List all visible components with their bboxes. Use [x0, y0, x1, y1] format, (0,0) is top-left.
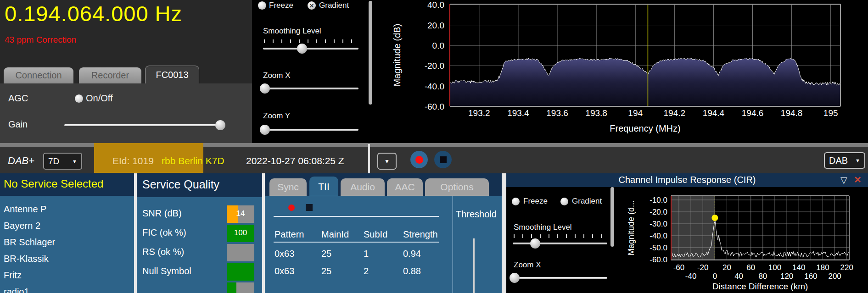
spectrum-smoothing-slider[interactable]	[263, 48, 358, 50]
expand-dropdown-button[interactable]: ▼	[377, 153, 397, 170]
spectrum-zoomy-slider[interactable]	[263, 129, 358, 131]
svg-text:-40.0: -40.0	[650, 232, 667, 240]
cir-freeze-radio[interactable]	[512, 198, 520, 205]
svg-text:140: 140	[792, 263, 805, 272]
svg-text:194.8: 194.8	[781, 108, 803, 118]
svg-text:100: 100	[768, 263, 781, 272]
service-list-item[interactable]: Bayern 2	[4, 221, 40, 231]
slider-handle[interactable]	[297, 44, 307, 54]
quality-gauge-fill	[227, 282, 236, 293]
svg-text:194.2: 194.2	[664, 108, 686, 118]
svg-text:0: 0	[713, 272, 717, 281]
tab-fc0013[interactable]: FC0013	[145, 66, 199, 83]
tuner-tab-panel: AGC On/Off Gain	[0, 83, 252, 143]
stop-button[interactable]	[434, 151, 452, 168]
output-selector-value: DAB	[829, 155, 848, 166]
gain-slider[interactable]	[64, 124, 225, 126]
stop-icon	[440, 156, 447, 163]
spectrum-smoothing-label: Smoothing Level	[263, 27, 321, 36]
tii-tab-sync[interactable]: Sync	[269, 178, 307, 196]
slider-handle[interactable]	[510, 273, 520, 283]
cir-smoothing-label: Smoothing Level	[514, 223, 572, 232]
svg-text:194.4: 194.4	[703, 108, 725, 118]
svg-text:20: 20	[722, 263, 731, 272]
svg-text:193.4: 193.4	[507, 108, 529, 118]
cir-scrollbar[interactable]	[610, 187, 614, 247]
slider-handle[interactable]	[260, 125, 270, 135]
tii-record-icon[interactable]	[288, 205, 295, 211]
spectrum-freeze-label: Freeze	[269, 1, 293, 10]
quality-gauge-value: 14	[227, 209, 254, 218]
service-list-item[interactable]: BR-Klassik	[4, 254, 49, 264]
cir-gradient-radio[interactable]	[560, 198, 568, 205]
cir-peak-marker	[711, 215, 718, 221]
svg-text:Magnitude (dB): Magnitude (dB)	[392, 24, 402, 87]
svg-text:-40: -40	[685, 272, 697, 281]
quality-gauge-fill	[227, 263, 254, 281]
no-service-label: No Service Selected	[4, 177, 103, 190]
service-list-header: No Service Selected	[0, 173, 134, 196]
service-list-item[interactable]: BR Schlager	[4, 237, 55, 248]
svg-text:-20.0: -20.0	[650, 208, 667, 216]
slider-handle[interactable]	[530, 238, 540, 249]
spectrum-gradient-label: Gradient	[319, 1, 349, 10]
threshold-slider[interactable]	[473, 238, 475, 293]
tab-connection[interactable]: Connection	[4, 67, 73, 83]
cir-zoomx-slider[interactable]	[513, 277, 607, 279]
quality-gauge	[227, 244, 254, 261]
tii-tab-tii[interactable]: TII	[309, 177, 338, 196]
quality-metric-label: SNR (dB)	[142, 208, 182, 219]
controls-scrollbar[interactable]	[369, 1, 372, 105]
tii-tab-audio[interactable]: Audio	[341, 178, 385, 196]
datetime-label: 2022-10-27 06:08:25 Z	[246, 155, 344, 166]
svg-text:-60.0: -60.0	[425, 102, 444, 111]
service-list-item[interactable]: Antenne P	[4, 204, 46, 215]
service-list-item[interactable]: radio1	[4, 287, 29, 293]
tab-recorder[interactable]: Recorder	[79, 67, 141, 83]
tii-separator	[274, 216, 439, 217]
slider-handle[interactable]	[215, 120, 225, 130]
record-button[interactable]	[410, 151, 428, 168]
spectrum-zoomx-label: Zoom X	[263, 71, 291, 80]
spectrum-zoomx-slider[interactable]	[263, 88, 358, 89]
tii-stop-icon[interactable]	[306, 204, 313, 211]
tii-tab-aac[interactable]: AAC	[387, 178, 423, 196]
cir-smoothing-tickmarks	[514, 234, 605, 238]
agc-radio[interactable]	[75, 94, 83, 103]
frequency-display: 0.194.064.000 Hz	[5, 1, 182, 26]
svg-text:193.8: 193.8	[585, 108, 607, 118]
tii-table-cell: 0x63	[274, 249, 294, 259]
cir-plot: -10.0-20.0-30.0-40.0-50.0-60.0-60-202060…	[622, 183, 868, 293]
cir-smoothing-slider[interactable]	[513, 243, 607, 244]
spectrum-gradient-checkbox[interactable]: ✕	[308, 1, 316, 10]
ppm-correction-label: 43 ppm Correction	[5, 35, 76, 45]
tii-inner-divider	[452, 196, 453, 293]
channel-selector[interactable]: 7D ▼	[43, 153, 82, 170]
output-selector[interactable]: DAB ▼	[824, 152, 865, 169]
svg-text:-60: -60	[673, 263, 685, 272]
tii-table-cell: 0x63	[274, 266, 294, 276]
ensemble-id-label: EId: 1019	[112, 155, 154, 166]
service-quality-header: Service Quality	[137, 173, 262, 197]
svg-text:Distance Difference (km): Distance Difference (km)	[712, 282, 808, 291]
ensemble-name-label: rbb Berlin K7D	[162, 155, 224, 166]
quality-gauge	[227, 282, 254, 293]
svg-text:220: 220	[840, 263, 853, 272]
tii-tab-options[interactable]: Options	[425, 178, 489, 196]
mode-label: DAB+	[8, 155, 34, 167]
tuner-section: 0.194.064.000 Hz 43 ppm Correction Conne…	[0, 0, 252, 143]
svg-text:120: 120	[780, 272, 793, 281]
spectrum-plot: 40.020.00.0-20.0-40.0-60.0193.2193.4193.…	[376, 0, 868, 143]
spectrum-freeze-radio[interactable]	[258, 1, 266, 10]
slider-handle[interactable]	[260, 83, 270, 94]
chevron-down-icon: ▼	[384, 158, 390, 165]
chevron-down-icon: ▼	[72, 159, 77, 164]
service-list-item[interactable]: Fritz	[4, 270, 22, 281]
tii-column-header: SubId	[364, 229, 387, 240]
quality-gauge	[227, 263, 254, 281]
statusbar-divider	[368, 144, 370, 173]
svg-text:-60.0: -60.0	[650, 255, 667, 264]
quality-gauge-value: 100	[227, 228, 254, 238]
svg-text:193.2: 193.2	[468, 108, 490, 118]
tii-table-cell: 2	[364, 266, 369, 276]
